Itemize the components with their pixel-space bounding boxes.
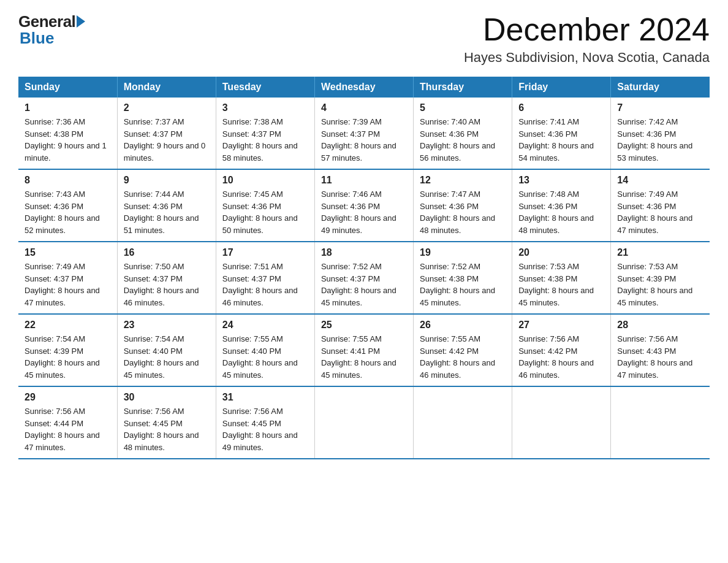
calendar-cell: 31Sunrise: 7:56 AMSunset: 4:45 PMDayligh… <box>216 386 314 459</box>
day-number: 25 <box>321 320 407 331</box>
day-info: Sunrise: 7:52 AMSunset: 4:38 PMDaylight:… <box>420 262 495 307</box>
month-title: December 2024 <box>464 12 710 47</box>
location-title: Hayes Subdivision, Nova Scotia, Canada <box>464 50 710 66</box>
calendar-cell: 5Sunrise: 7:40 AMSunset: 4:36 PMDaylight… <box>414 98 512 169</box>
calendar-header-row: SundayMondayTuesdayWednesdayThursdayFrid… <box>18 77 710 98</box>
title-section: December 2024 Hayes Subdivision, Nova Sc… <box>464 12 710 66</box>
calendar-cell: 1Sunrise: 7:36 AMSunset: 4:38 PMDaylight… <box>18 98 117 169</box>
day-number: 8 <box>25 175 111 186</box>
day-number: 24 <box>222 320 308 331</box>
calendar-cell: 24Sunrise: 7:55 AMSunset: 4:40 PMDayligh… <box>216 314 314 386</box>
day-info: Sunrise: 7:55 AMSunset: 4:42 PMDaylight:… <box>420 334 495 380</box>
day-number: 20 <box>518 247 604 258</box>
calendar-cell: 6Sunrise: 7:41 AMSunset: 4:36 PMDaylight… <box>512 98 611 169</box>
day-number: 22 <box>25 320 111 331</box>
day-info: Sunrise: 7:56 AMSunset: 4:45 PMDaylight:… <box>222 407 298 452</box>
calendar-cell <box>512 386 611 459</box>
day-number: 10 <box>222 175 308 186</box>
day-number: 15 <box>25 247 111 258</box>
day-number: 21 <box>617 247 703 258</box>
day-info: Sunrise: 7:52 AMSunset: 4:37 PMDaylight:… <box>321 262 396 307</box>
day-info: Sunrise: 7:50 AMSunset: 4:37 PMDaylight:… <box>124 262 199 307</box>
day-number: 16 <box>124 247 210 258</box>
day-info: Sunrise: 7:49 AMSunset: 4:37 PMDaylight:… <box>25 262 100 307</box>
logo-blue-text: Blue <box>18 29 54 48</box>
calendar-cell: 27Sunrise: 7:56 AMSunset: 4:42 PMDayligh… <box>512 314 611 386</box>
day-number: 7 <box>617 102 703 113</box>
calendar-cell: 18Sunrise: 7:52 AMSunset: 4:37 PMDayligh… <box>314 242 413 314</box>
day-info: Sunrise: 7:44 AMSunset: 4:36 PMDaylight:… <box>124 190 199 235</box>
calendar-cell: 16Sunrise: 7:50 AMSunset: 4:37 PMDayligh… <box>117 242 216 314</box>
calendar-cell: 2Sunrise: 7:37 AMSunset: 4:37 PMDaylight… <box>117 98 216 169</box>
day-number: 29 <box>25 392 111 403</box>
calendar-cell: 14Sunrise: 7:49 AMSunset: 4:36 PMDayligh… <box>611 169 710 242</box>
calendar-cell <box>314 386 413 459</box>
day-info: Sunrise: 7:56 AMSunset: 4:42 PMDaylight:… <box>518 334 594 380</box>
day-of-week-saturday: Saturday <box>611 77 710 98</box>
logo: General Blue <box>18 12 85 48</box>
day-number: 18 <box>321 247 407 258</box>
calendar-cell: 10Sunrise: 7:45 AMSunset: 4:36 PMDayligh… <box>216 169 314 242</box>
day-number: 4 <box>321 102 407 113</box>
day-number: 23 <box>124 320 210 331</box>
day-info: Sunrise: 7:42 AMSunset: 4:36 PMDaylight:… <box>617 117 692 163</box>
day-info: Sunrise: 7:56 AMSunset: 4:43 PMDaylight:… <box>617 334 692 380</box>
day-number: 19 <box>420 247 506 258</box>
calendar-cell: 29Sunrise: 7:56 AMSunset: 4:44 PMDayligh… <box>18 386 117 459</box>
calendar-cell: 7Sunrise: 7:42 AMSunset: 4:36 PMDaylight… <box>611 98 710 169</box>
calendar-cell: 8Sunrise: 7:43 AMSunset: 4:36 PMDaylight… <box>18 169 117 242</box>
day-number: 14 <box>617 175 703 186</box>
day-number: 5 <box>420 102 506 113</box>
day-info: Sunrise: 7:49 AMSunset: 4:36 PMDaylight:… <box>617 190 692 235</box>
day-number: 2 <box>124 102 210 113</box>
day-number: 6 <box>518 102 604 113</box>
day-number: 31 <box>222 392 308 403</box>
calendar-table: SundayMondayTuesdayWednesdayThursdayFrid… <box>18 77 710 459</box>
calendar-cell: 13Sunrise: 7:48 AMSunset: 4:36 PMDayligh… <box>512 169 611 242</box>
calendar-week-row: 29Sunrise: 7:56 AMSunset: 4:44 PMDayligh… <box>18 386 710 459</box>
page-header: General Blue December 2024 Hayes Subdivi… <box>18 12 710 66</box>
calendar-cell: 12Sunrise: 7:47 AMSunset: 4:36 PMDayligh… <box>414 169 512 242</box>
calendar-cell: 22Sunrise: 7:54 AMSunset: 4:39 PMDayligh… <box>18 314 117 386</box>
day-number: 30 <box>124 392 210 403</box>
day-info: Sunrise: 7:40 AMSunset: 4:36 PMDaylight:… <box>420 117 495 163</box>
day-number: 13 <box>518 175 604 186</box>
day-info: Sunrise: 7:56 AMSunset: 4:45 PMDaylight:… <box>124 407 199 452</box>
calendar-week-row: 8Sunrise: 7:43 AMSunset: 4:36 PMDaylight… <box>18 169 710 242</box>
day-of-week-wednesday: Wednesday <box>314 77 413 98</box>
day-info: Sunrise: 7:53 AMSunset: 4:39 PMDaylight:… <box>617 262 692 307</box>
day-info: Sunrise: 7:41 AMSunset: 4:36 PMDaylight:… <box>518 117 594 163</box>
calendar-cell: 23Sunrise: 7:54 AMSunset: 4:40 PMDayligh… <box>117 314 216 386</box>
calendar-cell: 15Sunrise: 7:49 AMSunset: 4:37 PMDayligh… <box>18 242 117 314</box>
calendar-cell <box>414 386 512 459</box>
calendar-week-row: 15Sunrise: 7:49 AMSunset: 4:37 PMDayligh… <box>18 242 710 314</box>
day-info: Sunrise: 7:43 AMSunset: 4:36 PMDaylight:… <box>25 190 100 235</box>
day-of-week-monday: Monday <box>117 77 216 98</box>
calendar-cell: 11Sunrise: 7:46 AMSunset: 4:36 PMDayligh… <box>314 169 413 242</box>
day-info: Sunrise: 7:54 AMSunset: 4:39 PMDaylight:… <box>25 334 100 380</box>
day-of-week-friday: Friday <box>512 77 611 98</box>
day-info: Sunrise: 7:45 AMSunset: 4:36 PMDaylight:… <box>222 190 298 235</box>
day-number: 27 <box>518 320 604 331</box>
day-number: 9 <box>124 175 210 186</box>
day-of-week-tuesday: Tuesday <box>216 77 314 98</box>
logo-triangle-icon <box>77 15 85 28</box>
calendar-cell: 4Sunrise: 7:39 AMSunset: 4:37 PMDaylight… <box>314 98 413 169</box>
day-number: 3 <box>222 102 308 113</box>
day-info: Sunrise: 7:37 AMSunset: 4:37 PMDaylight:… <box>124 117 206 163</box>
calendar-cell: 3Sunrise: 7:38 AMSunset: 4:37 PMDaylight… <box>216 98 314 169</box>
day-info: Sunrise: 7:47 AMSunset: 4:36 PMDaylight:… <box>420 190 495 235</box>
calendar-cell: 19Sunrise: 7:52 AMSunset: 4:38 PMDayligh… <box>414 242 512 314</box>
day-number: 12 <box>420 175 506 186</box>
day-number: 17 <box>222 247 308 258</box>
day-info: Sunrise: 7:36 AMSunset: 4:38 PMDaylight:… <box>25 117 107 163</box>
day-info: Sunrise: 7:56 AMSunset: 4:44 PMDaylight:… <box>25 407 100 452</box>
day-number: 11 <box>321 175 407 186</box>
calendar-week-row: 1Sunrise: 7:36 AMSunset: 4:38 PMDaylight… <box>18 98 710 169</box>
day-number: 26 <box>420 320 506 331</box>
calendar-cell: 30Sunrise: 7:56 AMSunset: 4:45 PMDayligh… <box>117 386 216 459</box>
day-info: Sunrise: 7:38 AMSunset: 4:37 PMDaylight:… <box>222 117 298 163</box>
calendar-cell: 9Sunrise: 7:44 AMSunset: 4:36 PMDaylight… <box>117 169 216 242</box>
day-info: Sunrise: 7:46 AMSunset: 4:36 PMDaylight:… <box>321 190 396 235</box>
calendar-cell <box>611 386 710 459</box>
